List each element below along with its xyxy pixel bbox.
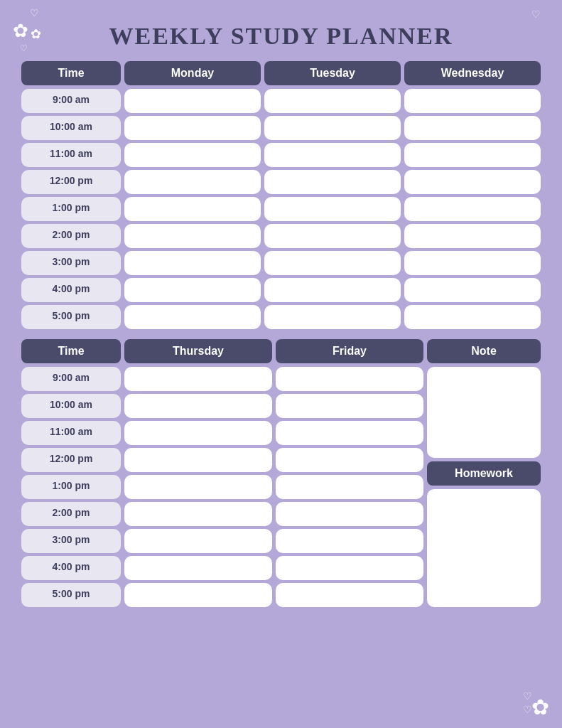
friday-slot-2[interactable] (276, 394, 423, 418)
friday-slot-9[interactable] (276, 583, 423, 607)
friday-slot-8[interactable] (276, 556, 423, 580)
time-b-slot-1: 9:00 am (21, 367, 121, 391)
header-wednesday: Wednesday (404, 61, 541, 85)
time-slot-3: 11:00 am (21, 143, 121, 167)
time-b-slot-5: 1:00 pm (21, 475, 121, 499)
monday-slot-7[interactable] (124, 251, 261, 275)
homework-header: Homework (427, 461, 541, 486)
bottom-section: Time Thursday Friday Note 9:00 am 10:00 … (21, 339, 541, 607)
wednesday-slot-2[interactable] (404, 116, 541, 140)
time-slot-4: 12:00 pm (21, 170, 121, 194)
homework-area[interactable] (427, 489, 541, 607)
monday-slot-1[interactable] (124, 89, 261, 113)
header-time-bottom: Time (21, 339, 121, 363)
monday-slot-8[interactable] (124, 278, 261, 302)
thursday-slot-7[interactable] (124, 529, 272, 553)
page-title: Weekly Study Planner (109, 23, 453, 50)
wednesday-slot-1[interactable] (404, 89, 541, 113)
thursday-slot-8[interactable] (124, 556, 272, 580)
friday-slot-7[interactable] (276, 529, 423, 553)
time-b-slot-7: 3:00 pm (21, 529, 121, 553)
time-b-slot-3: 11:00 am (21, 421, 121, 445)
wednesday-slot-4[interactable] (404, 170, 541, 194)
time-b-slot-8: 4:00 pm (21, 556, 121, 580)
friday-slot-6[interactable] (276, 502, 423, 526)
time-slot-2: 10:00 am (21, 116, 121, 140)
header-monday: Monday (124, 61, 261, 85)
top-section: Time Monday Tuesday Wednesday 9:00 am 10… (21, 61, 541, 329)
tuesday-slot-2[interactable] (264, 116, 401, 140)
wednesday-slot-5[interactable] (404, 197, 541, 221)
tuesday-slot-6[interactable] (264, 224, 401, 248)
header-time-top: Time (21, 61, 121, 85)
thursday-slot-6[interactable] (124, 502, 272, 526)
time-b-slot-4: 12:00 pm (21, 448, 121, 472)
note-area[interactable] (427, 367, 541, 458)
page: ♡ ✿ ✿ ♡ ♡ Weekly Study Planner Time Mond… (0, 0, 562, 728)
monday-slot-3[interactable] (124, 143, 261, 167)
tuesday-slot-3[interactable] (264, 143, 401, 167)
thursday-slot-9[interactable] (124, 583, 272, 607)
tuesday-slot-1[interactable] (264, 89, 401, 113)
tuesday-slot-9[interactable] (264, 305, 401, 329)
time-slot-6: 2:00 pm (21, 224, 121, 248)
thursday-slot-3[interactable] (124, 421, 272, 445)
tuesday-slot-7[interactable] (264, 251, 401, 275)
title-row: Weekly Study Planner (21, 23, 541, 50)
flower-icon-small: ✿ (31, 26, 41, 42)
wednesday-slot-7[interactable] (404, 251, 541, 275)
flower-icon-large: ✿ (13, 20, 28, 42)
thursday-slot-5[interactable] (124, 475, 272, 499)
wednesday-slot-3[interactable] (404, 143, 541, 167)
friday-slot-4[interactable] (276, 448, 423, 472)
friday-slot-5[interactable] (276, 475, 423, 499)
monday-slot-4[interactable] (124, 170, 261, 194)
tuesday-slot-8[interactable] (264, 278, 401, 302)
time-slot-7: 3:00 pm (21, 251, 121, 275)
monday-slot-9[interactable] (124, 305, 261, 329)
time-slot-1: 9:00 am (21, 89, 121, 113)
monday-slot-2[interactable] (124, 116, 261, 140)
thursday-slot-1[interactable] (124, 367, 272, 391)
tuesday-slot-4[interactable] (264, 170, 401, 194)
wednesday-slot-9[interactable] (404, 305, 541, 329)
time-b-slot-2: 10:00 am (21, 394, 121, 418)
flower-icon-bottom-right: ✿ (531, 695, 549, 719)
tuesday-slot-5[interactable] (264, 197, 401, 221)
header-note: Note (427, 339, 541, 363)
time-slot-8: 4:00 pm (21, 278, 121, 302)
wednesday-slot-6[interactable] (404, 224, 541, 248)
wednesday-slot-8[interactable] (404, 278, 541, 302)
header-tuesday: Tuesday (264, 61, 401, 85)
header-thursday: Thursday (124, 339, 272, 363)
monday-slot-5[interactable] (124, 197, 261, 221)
time-slot-5: 1:00 pm (21, 197, 121, 221)
monday-slot-6[interactable] (124, 224, 261, 248)
time-slot-9: 5:00 pm (21, 305, 121, 329)
friday-slot-1[interactable] (276, 367, 423, 391)
decoration-top-left: ♡ ✿ ✿ ♡ (13, 7, 41, 53)
thursday-slot-4[interactable] (124, 448, 272, 472)
thursday-slot-2[interactable] (124, 394, 272, 418)
time-b-slot-9: 5:00 pm (21, 583, 121, 607)
decoration-heart-top-right: ♡ (531, 9, 541, 20)
header-friday: Friday (276, 339, 423, 363)
friday-slot-3[interactable] (276, 421, 423, 445)
time-b-slot-6: 2:00 pm (21, 502, 121, 526)
